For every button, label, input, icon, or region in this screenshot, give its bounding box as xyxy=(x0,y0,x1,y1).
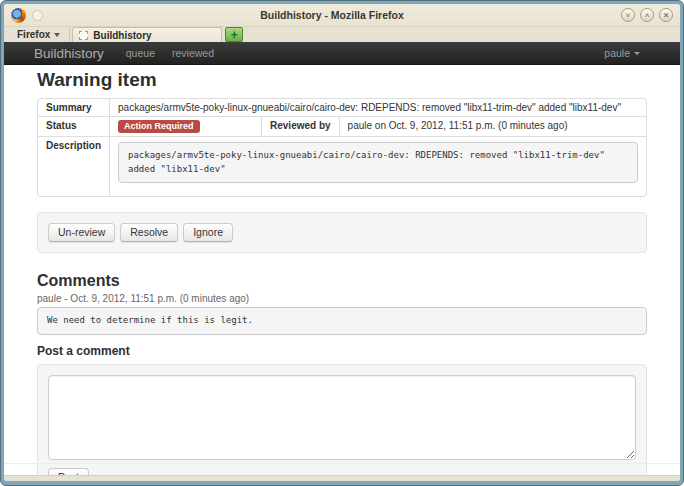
summary-value: packages/armv5te-poky-linux-gnueabi/cair… xyxy=(109,99,646,116)
window-controls: ˅ ˄ ✕ xyxy=(621,8,673,22)
table-row-summary: Summary packages/armv5te-poky-linux-gnue… xyxy=(38,99,646,116)
firefox-menu-label: Firefox xyxy=(17,29,50,40)
resolve-button[interactable]: Resolve xyxy=(120,223,178,242)
comments-heading: Comments xyxy=(37,272,647,290)
tab-strip: Firefox Buildhistory + xyxy=(4,26,680,42)
table-row-description: Description packages/armv5te-poky-linux-… xyxy=(38,136,646,196)
firefox-logo-icon xyxy=(11,8,26,23)
nav-link-reviewed[interactable]: reviewed xyxy=(172,47,214,59)
page-viewport: Warning item Summary packages/armv5te-po… xyxy=(4,65,680,475)
page-title: Warning item xyxy=(37,69,647,91)
maximize-button[interactable]: ˄ xyxy=(640,8,654,22)
post-comment-heading: Post a comment xyxy=(37,344,647,358)
minimize-button[interactable]: ˅ xyxy=(621,8,635,22)
caret-down-icon xyxy=(634,52,640,55)
titlebar[interactable]: Buildhistory - Mozilla Firefox ˅ ˄ ✕ xyxy=(4,4,680,26)
description-label: Description xyxy=(38,136,109,196)
close-button[interactable]: ✕ xyxy=(659,8,673,22)
nav-link-queue[interactable]: queue xyxy=(126,47,155,59)
summary-label: Summary xyxy=(38,99,109,116)
unreview-button[interactable]: Un-review xyxy=(48,223,115,242)
window-frame: Buildhistory - Mozilla Firefox ˅ ˄ ✕ Fir… xyxy=(0,0,684,486)
comment-meta: paule - Oct. 9, 2012, 11:51 p.m. (0 minu… xyxy=(37,293,647,304)
favicon-placeholder-icon xyxy=(79,31,88,40)
window-title: Buildhistory - Mozilla Firefox xyxy=(49,9,615,21)
new-tab-button[interactable]: + xyxy=(225,27,243,42)
comment-textarea[interactable] xyxy=(48,375,636,460)
app-navbar: Buildhistory queue reviewed paule xyxy=(4,42,680,65)
tab-groups-icon[interactable] xyxy=(32,10,43,21)
ignore-button[interactable]: Ignore xyxy=(183,223,233,242)
tab-buildhistory[interactable]: Buildhistory xyxy=(72,27,222,42)
table-row-status: Status Action Required Reviewed by paule… xyxy=(38,116,646,136)
comment-item: paule - Oct. 9, 2012, 11:51 p.m. (0 minu… xyxy=(37,293,647,335)
user-name: paule xyxy=(604,47,630,59)
reviewed-by-label: Reviewed by xyxy=(261,116,339,136)
chevron-down-icon xyxy=(54,33,60,37)
post-comment-well: Post xyxy=(37,364,647,476)
description-cell: packages/armv5te-poky-linux-gnueabi/cair… xyxy=(109,136,646,196)
firefox-menu-button[interactable]: Firefox xyxy=(8,27,70,42)
page-bottom-divider xyxy=(4,463,680,464)
warning-details-table: Summary packages/armv5te-poky-linux-gnue… xyxy=(37,98,647,197)
firefox-window: Buildhistory - Mozilla Firefox ˅ ˄ ✕ Fir… xyxy=(4,4,680,481)
comment-text-block: We need to determine if this is legit. xyxy=(37,307,647,335)
user-dropdown[interactable]: paule xyxy=(604,47,640,59)
addon-bar xyxy=(4,475,680,481)
status-cell: Action Required xyxy=(109,116,261,136)
status-label: Status xyxy=(38,116,109,136)
description-code-block: packages/armv5te-poky-linux-gnueabi/cair… xyxy=(118,142,638,183)
page-container: Warning item Summary packages/armv5te-po… xyxy=(4,65,680,475)
navbar-brand[interactable]: Buildhistory xyxy=(34,46,104,61)
actions-well: Un-review Resolve Ignore xyxy=(37,212,647,253)
tab-label: Buildhistory xyxy=(93,30,151,41)
post-button[interactable]: Post xyxy=(48,468,89,476)
status-badge: Action Required xyxy=(118,120,200,133)
reviewed-by-value: paule on Oct. 9, 2012, 11:51 p.m. (0 min… xyxy=(339,116,646,136)
